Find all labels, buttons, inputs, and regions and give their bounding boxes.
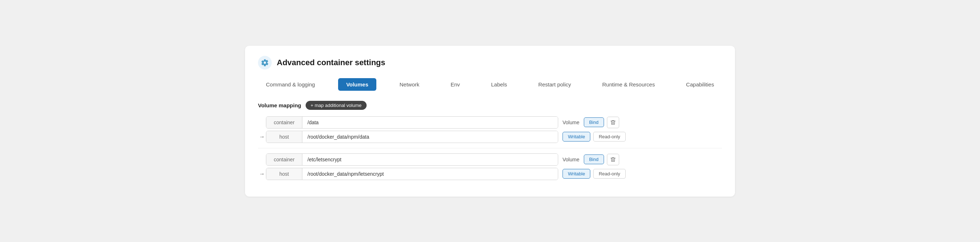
volume-1-host-input-group: host xyxy=(266,131,558,143)
volume-2-rw-actions: Writable Read-only xyxy=(563,169,626,179)
tab-labels[interactable]: Labels xyxy=(483,78,515,91)
arrow-icon-1: → xyxy=(258,134,266,140)
advanced-container-settings-card: Advanced container settings Command & lo… xyxy=(245,46,735,197)
volume-1-writable-button[interactable]: Writable xyxy=(563,132,590,142)
volume-2-host-label: host xyxy=(266,168,302,180)
volume-1-container-path[interactable] xyxy=(302,117,558,128)
tab-volumes[interactable]: Volumes xyxy=(338,78,376,91)
volume-group-2: container Volume Bind → xyxy=(258,153,722,180)
page-title: Advanced container settings xyxy=(277,58,385,67)
add-volume-button[interactable]: + map additional volume xyxy=(305,101,367,110)
volume-1-actions: Volume Bind xyxy=(563,117,619,128)
volume-row-2-host: → host Writable Read-only xyxy=(258,168,722,180)
section-label: Volume mapping xyxy=(258,102,301,108)
arrow-placeholder-1 xyxy=(258,119,266,126)
tab-command-logging[interactable]: Command & logging xyxy=(258,78,323,91)
volume-1-delete-button[interactable] xyxy=(607,117,619,128)
volume-2-host-path[interactable] xyxy=(302,168,558,180)
tab-network[interactable]: Network xyxy=(391,78,427,91)
volume-2-actions: Volume Bind xyxy=(563,154,619,165)
arrow-placeholder-2 xyxy=(258,156,266,163)
arrow-icon-2: → xyxy=(258,171,266,177)
volume-1-type-label: Volume xyxy=(563,120,579,125)
volume-row-1-container: container Volume Bind xyxy=(258,116,722,128)
volume-1-host-path[interactable] xyxy=(302,131,558,142)
volume-group-1: container Volume Bind → xyxy=(258,116,722,143)
volume-2-container-path[interactable] xyxy=(302,154,558,165)
volume-1-bind-button[interactable]: Bind xyxy=(584,117,604,127)
volume-section-header: Volume mapping + map additional volume xyxy=(258,101,722,110)
volume-row-2-container: container Volume Bind xyxy=(258,153,722,166)
volume-1-container-input-group: container xyxy=(266,116,558,128)
volume-2-writable-button[interactable]: Writable xyxy=(563,169,590,179)
gear-icon xyxy=(258,56,272,70)
volume-2-host-input-group: host xyxy=(266,168,558,180)
volume-2-delete-button[interactable] xyxy=(607,154,619,165)
volume-1-readonly-button[interactable]: Read-only xyxy=(593,132,625,142)
volume-2-container-label: container xyxy=(266,154,302,165)
volume-1-host-label: host xyxy=(266,131,302,142)
tab-env[interactable]: Env xyxy=(443,78,468,91)
volume-2-bind-button[interactable]: Bind xyxy=(584,155,604,164)
volume-2-container-input-group: container xyxy=(266,153,558,166)
volume-2-type-label: Volume xyxy=(563,157,579,163)
volume-1-rw-actions: Writable Read-only xyxy=(563,132,626,142)
page-header: Advanced container settings xyxy=(258,56,722,70)
volume-row-1-host: → host Writable Read-only xyxy=(258,131,722,143)
tab-restart-policy[interactable]: Restart policy xyxy=(530,78,579,91)
divider-1 xyxy=(258,148,722,149)
tab-bar: Command & logging Volumes Network Env La… xyxy=(258,78,722,91)
tab-runtime-resources[interactable]: Runtime & Resources xyxy=(594,78,663,91)
volume-1-container-label: container xyxy=(266,117,302,128)
volume-2-readonly-button[interactable]: Read-only xyxy=(593,169,625,179)
tab-capabilities[interactable]: Capabilities xyxy=(678,78,722,91)
